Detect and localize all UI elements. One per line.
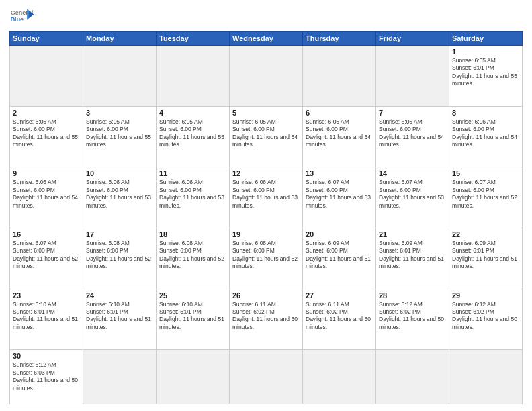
day-number: 12 (232, 169, 300, 177)
day-number: 25 (159, 291, 226, 300)
cell-info: Sunrise: 6:06 AMSunset: 6:00 PMDaylight:… (232, 179, 300, 210)
svg-text:Blue: Blue (11, 16, 24, 23)
header: General Blue (9, 7, 523, 26)
cell-info: Sunrise: 6:06 AMSunset: 6:00 PMDaylight:… (13, 179, 80, 210)
day-number: 27 (306, 291, 373, 300)
cell-info: Sunrise: 6:10 AMSunset: 6:01 PMDaylight:… (86, 301, 153, 332)
calendar-cell: 7Sunrise: 6:05 AMSunset: 6:00 PMDaylight… (376, 106, 449, 167)
day-number: 23 (13, 291, 80, 300)
day-number: 4 (159, 109, 226, 117)
col-header-sunday: Sunday (10, 32, 83, 46)
calendar-cell: 11Sunrise: 6:06 AMSunset: 6:00 PMDayligh… (157, 167, 230, 228)
calendar-row-0: 1Sunrise: 6:05 AMSunset: 6:01 PMDaylight… (10, 46, 523, 107)
cell-info: Sunrise: 6:12 AMSunset: 6:02 PMDaylight:… (452, 301, 519, 332)
cell-info: Sunrise: 6:07 AMSunset: 6:00 PMDaylight:… (13, 240, 80, 271)
calendar-cell: 6Sunrise: 6:05 AMSunset: 6:00 PMDaylight… (303, 106, 376, 167)
calendar-cell: 23Sunrise: 6:10 AMSunset: 6:01 PMDayligh… (10, 289, 83, 350)
cell-info: Sunrise: 6:05 AMSunset: 6:00 PMDaylight:… (13, 118, 80, 149)
calendar-cell (157, 46, 230, 107)
cell-info: Sunrise: 6:10 AMSunset: 6:01 PMDaylight:… (13, 301, 80, 332)
cell-info: Sunrise: 6:11 AMSunset: 6:02 PMDaylight:… (232, 301, 300, 332)
calendar-cell: 26Sunrise: 6:11 AMSunset: 6:02 PMDayligh… (230, 289, 303, 350)
day-number: 22 (452, 230, 519, 238)
day-number: 20 (306, 230, 373, 238)
calendar-cell (303, 46, 376, 107)
calendar-row-5: 30Sunrise: 6:12 AMSunset: 6:03 PMDayligh… (10, 350, 523, 404)
calendar-cell: 2Sunrise: 6:05 AMSunset: 6:00 PMDaylight… (10, 106, 83, 167)
calendar-cell: 13Sunrise: 6:07 AMSunset: 6:00 PMDayligh… (303, 167, 376, 228)
calendar-cell: 16Sunrise: 6:07 AMSunset: 6:00 PMDayligh… (10, 228, 83, 289)
day-number: 11 (159, 169, 226, 177)
calendar-cell (83, 46, 157, 107)
calendar-cell: 21Sunrise: 6:09 AMSunset: 6:01 PMDayligh… (376, 228, 449, 289)
cell-info: Sunrise: 6:05 AMSunset: 6:00 PMDaylight:… (306, 118, 373, 149)
cell-info: Sunrise: 6:05 AMSunset: 6:00 PMDaylight:… (232, 118, 300, 149)
day-number: 26 (232, 291, 300, 300)
calendar-cell: 24Sunrise: 6:10 AMSunset: 6:01 PMDayligh… (83, 289, 157, 350)
day-number: 18 (159, 230, 226, 238)
col-header-saturday: Saturday (449, 32, 523, 46)
day-number: 17 (86, 230, 153, 238)
calendar-cell: 14Sunrise: 6:07 AMSunset: 6:00 PMDayligh… (376, 167, 449, 228)
col-header-tuesday: Tuesday (157, 32, 230, 46)
calendar-cell (83, 350, 157, 404)
logo-icon: General Blue (9, 7, 34, 26)
calendar-cell (376, 350, 449, 404)
col-header-friday: Friday (376, 32, 449, 46)
day-number: 10 (86, 169, 153, 177)
cell-info: Sunrise: 6:12 AMSunset: 6:03 PMDaylight:… (13, 361, 80, 392)
calendar-cell: 22Sunrise: 6:09 AMSunset: 6:01 PMDayligh… (449, 228, 523, 289)
calendar-cell: 17Sunrise: 6:08 AMSunset: 6:00 PMDayligh… (83, 228, 157, 289)
day-number: 9 (13, 169, 80, 177)
cell-info: Sunrise: 6:06 AMSunset: 6:00 PMDaylight:… (159, 179, 226, 210)
cell-info: Sunrise: 6:05 AMSunset: 6:00 PMDaylight:… (86, 118, 153, 149)
day-number: 8 (452, 109, 519, 117)
calendar-cell: 25Sunrise: 6:10 AMSunset: 6:01 PMDayligh… (157, 289, 230, 350)
calendar-row-3: 16Sunrise: 6:07 AMSunset: 6:00 PMDayligh… (10, 228, 523, 289)
day-number: 24 (86, 291, 153, 300)
calendar-cell: 8Sunrise: 6:06 AMSunset: 6:00 PMDaylight… (449, 106, 523, 167)
col-header-wednesday: Wednesday (230, 32, 303, 46)
calendar-row-4: 23Sunrise: 6:10 AMSunset: 6:01 PMDayligh… (10, 289, 523, 350)
calendar-cell: 1Sunrise: 6:05 AMSunset: 6:01 PMDaylight… (449, 46, 523, 107)
col-header-monday: Monday (83, 32, 157, 46)
day-number: 14 (379, 169, 446, 177)
day-number: 19 (232, 230, 300, 238)
calendar-cell (230, 350, 303, 404)
cell-info: Sunrise: 6:08 AMSunset: 6:00 PMDaylight:… (232, 240, 300, 271)
day-number: 5 (232, 109, 300, 117)
calendar-cell: 28Sunrise: 6:12 AMSunset: 6:02 PMDayligh… (376, 289, 449, 350)
calendar-cell: 15Sunrise: 6:07 AMSunset: 6:00 PMDayligh… (449, 167, 523, 228)
cell-info: Sunrise: 6:12 AMSunset: 6:02 PMDaylight:… (379, 301, 446, 332)
day-number: 3 (86, 109, 153, 117)
cell-info: Sunrise: 6:11 AMSunset: 6:02 PMDaylight:… (306, 301, 373, 332)
calendar-cell: 27Sunrise: 6:11 AMSunset: 6:02 PMDayligh… (303, 289, 376, 350)
calendar-cell: 12Sunrise: 6:06 AMSunset: 6:00 PMDayligh… (230, 167, 303, 228)
calendar-table: SundayMondayTuesdayWednesdayThursdayFrid… (9, 31, 523, 404)
col-header-thursday: Thursday (303, 32, 376, 46)
calendar-cell: 20Sunrise: 6:09 AMSunset: 6:00 PMDayligh… (303, 228, 376, 289)
cell-info: Sunrise: 6:05 AMSunset: 6:00 PMDaylight:… (379, 118, 446, 149)
calendar-cell (303, 350, 376, 404)
day-number: 15 (452, 169, 519, 177)
cell-info: Sunrise: 6:06 AMSunset: 6:00 PMDaylight:… (452, 118, 519, 149)
day-number: 1 (452, 48, 519, 56)
calendar-row-1: 2Sunrise: 6:05 AMSunset: 6:00 PMDaylight… (10, 106, 523, 167)
cell-info: Sunrise: 6:07 AMSunset: 6:00 PMDaylight:… (379, 179, 446, 210)
calendar-cell: 9Sunrise: 6:06 AMSunset: 6:00 PMDaylight… (10, 167, 83, 228)
logo: General Blue (9, 7, 34, 26)
cell-info: Sunrise: 6:06 AMSunset: 6:00 PMDaylight:… (86, 179, 153, 210)
calendar-cell (10, 46, 83, 107)
cell-info: Sunrise: 6:05 AMSunset: 6:01 PMDaylight:… (452, 57, 519, 88)
calendar-cell: 18Sunrise: 6:08 AMSunset: 6:00 PMDayligh… (157, 228, 230, 289)
calendar-cell: 4Sunrise: 6:05 AMSunset: 6:00 PMDaylight… (157, 106, 230, 167)
cell-info: Sunrise: 6:09 AMSunset: 6:00 PMDaylight:… (306, 240, 373, 271)
cell-info: Sunrise: 6:08 AMSunset: 6:00 PMDaylight:… (86, 240, 153, 271)
calendar-cell: 5Sunrise: 6:05 AMSunset: 6:00 PMDaylight… (230, 106, 303, 167)
calendar-cell: 10Sunrise: 6:06 AMSunset: 6:00 PMDayligh… (83, 167, 157, 228)
day-number: 13 (306, 169, 373, 177)
calendar-cell: 29Sunrise: 6:12 AMSunset: 6:02 PMDayligh… (449, 289, 523, 350)
day-number: 29 (452, 291, 519, 300)
calendar-cell (230, 46, 303, 107)
cell-info: Sunrise: 6:07 AMSunset: 6:00 PMDaylight:… (452, 179, 519, 210)
